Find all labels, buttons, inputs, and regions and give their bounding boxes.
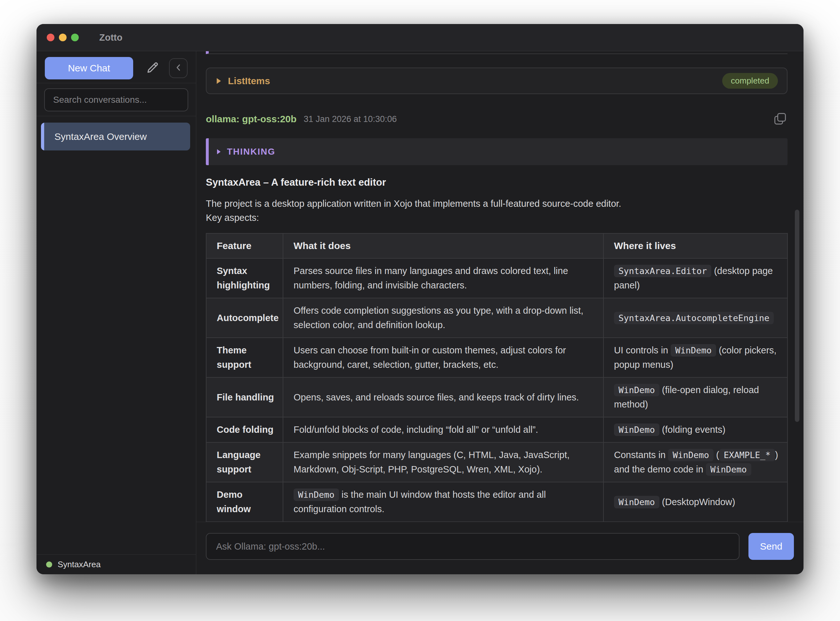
message-header: ollama: gpt-oss:20b 31 Jan 2026 at 10:30… xyxy=(206,112,787,126)
what-it-does-cell: Example snippets for many languages (C, … xyxy=(283,442,604,482)
tool-call-label: ListItems xyxy=(228,76,270,86)
inline-code: WinDemo xyxy=(706,463,751,476)
what-it-does-cell: Fold/unfold blocks of code, including “f… xyxy=(283,417,604,442)
caret-right-icon xyxy=(217,78,221,84)
feature-cell: Code folding xyxy=(206,417,283,442)
feature-cell: Theme support xyxy=(206,338,283,377)
status-dot-icon xyxy=(46,562,52,568)
inline-code: SyntaxArea.Editor xyxy=(614,265,711,277)
table-row: Code foldingFold/unfold blocks of code, … xyxy=(206,417,787,442)
feature-cell: Language support xyxy=(206,442,283,482)
app-window: Zotto New Chat xyxy=(36,24,804,574)
window-controls xyxy=(47,33,79,41)
edit-button[interactable] xyxy=(144,59,161,77)
table-row: Theme supportUsers can choose from built… xyxy=(206,338,787,377)
where-it-lives-cell: WinDemo (DesktopWindow) xyxy=(604,482,787,522)
send-button[interactable]: Send xyxy=(748,533,794,560)
table-row: AutocompleteOffers code completion sugge… xyxy=(206,298,787,338)
paragraph-line-2: Key aspects: xyxy=(206,212,259,223)
inline-code: WinDemo xyxy=(614,424,660,436)
collapse-sidebar-button[interactable] xyxy=(169,58,188,78)
what-it-does-cell: Offers code completion suggestions as yo… xyxy=(283,298,604,338)
table-row: Demo windowWinDemo is the main UI window… xyxy=(206,482,787,522)
tool-call-block[interactable]: ListItems completed xyxy=(206,68,787,94)
feature-cell: Syntax highlighting xyxy=(206,258,283,298)
where-it-lives-cell: UI controls in WinDemo (color pickers, p… xyxy=(604,338,787,377)
table-header-row: FeatureWhat it doesWhere it lives xyxy=(206,233,787,258)
inline-code: WinDemo xyxy=(668,449,714,461)
close-icon[interactable] xyxy=(47,33,54,41)
chat-area: ListItems completed ollama: gpt-oss:20b … xyxy=(196,51,804,574)
active-accent-bar xyxy=(41,123,44,150)
what-it-does-cell: Opens, saves, and reloads source files, … xyxy=(283,377,604,417)
message-timestamp: 31 Jan 2026 at 10:30:06 xyxy=(303,114,397,124)
thinking-label: THINKING xyxy=(227,147,275,157)
copy-button[interactable] xyxy=(773,112,787,126)
inline-code: EXAMPLE_* xyxy=(719,449,775,461)
sidebar-toolbar: New Chat xyxy=(36,51,196,83)
minimize-icon[interactable] xyxy=(59,33,67,41)
paragraph-line-1: The project is a desktop application wri… xyxy=(206,198,621,209)
pencil-icon xyxy=(146,61,160,76)
feature-cell: File handling xyxy=(206,377,283,417)
chevron-left-icon xyxy=(173,62,184,74)
table-header-cell: What it does xyxy=(283,233,604,258)
inline-code: WinDemo xyxy=(614,496,660,508)
feature-cell: Demo window xyxy=(206,482,283,522)
features-table: FeatureWhat it doesWhere it lives Syntax… xyxy=(206,233,788,522)
where-it-lives-cell: SyntaxArea.AutocompleteEngine xyxy=(604,298,787,338)
conversation-item[interactable]: SyntaxArea Overview xyxy=(41,123,190,150)
table-header-cell: Where it lives xyxy=(604,233,787,258)
titlebar: Zotto xyxy=(36,24,804,51)
feature-cell: Autocomplete xyxy=(206,298,283,338)
inline-code: WinDemo xyxy=(614,384,660,396)
previous-block-fragment xyxy=(206,51,787,54)
search-section xyxy=(36,83,196,116)
message-heading: SyntaxArea – A feature-rich text editor xyxy=(206,177,787,188)
new-chat-button[interactable]: New Chat xyxy=(45,57,133,79)
table-header-cell: Feature xyxy=(206,233,283,258)
inline-code: WinDemo xyxy=(294,488,339,501)
conversation-title: SyntaxArea Overview xyxy=(54,131,147,142)
search-input[interactable] xyxy=(44,88,188,111)
message-paragraph: The project is a desktop application wri… xyxy=(206,197,787,225)
where-it-lives-cell: SyntaxArea.Editor (desktop page panel) xyxy=(604,258,787,298)
window-title: Zotto xyxy=(99,32,122,43)
where-it-lives-cell: Constants in WinDemo (EXAMPLE_*) and the… xyxy=(604,442,787,482)
table-row: File handlingOpens, saves, and reloads s… xyxy=(206,377,787,417)
inline-code: WinDemo xyxy=(670,344,716,357)
table-row: Syntax highlightingParses source files i… xyxy=(206,258,787,298)
composer: Send xyxy=(196,522,804,574)
thinking-block[interactable]: THINKING xyxy=(206,138,787,165)
what-it-does-cell: Users can choose from built-in or custom… xyxy=(283,338,604,377)
what-it-does-cell: Parses source files in many languages an… xyxy=(283,258,604,298)
zoom-icon[interactable] xyxy=(71,33,79,41)
sidebar: New Chat xyxy=(36,51,196,574)
caret-right-icon xyxy=(217,149,221,154)
desktop-background: Zotto New Chat xyxy=(0,0,840,621)
inline-code: SyntaxArea.AutocompleteEngine xyxy=(614,312,774,324)
where-it-lives-cell: WinDemo (file-open dialog, reload method… xyxy=(604,377,787,417)
message-input[interactable] xyxy=(206,533,740,560)
conversation-list: SyntaxArea Overview xyxy=(36,116,196,554)
where-it-lives-cell: WinDemo (folding events) xyxy=(604,417,787,442)
scrollbar-thumb[interactable] xyxy=(795,210,799,422)
model-name: ollama: gpt-oss:20b xyxy=(206,114,297,124)
what-it-does-cell: WinDemo is the main UI window that hosts… xyxy=(283,482,604,522)
status-badge: completed xyxy=(722,73,778,89)
status-label: SyntaxArea xyxy=(58,560,100,570)
status-bar: SyntaxArea xyxy=(36,554,196,574)
table-row: Language supportExample snippets for man… xyxy=(206,442,787,482)
chat-scroll-region: ListItems completed ollama: gpt-oss:20b … xyxy=(196,51,804,522)
